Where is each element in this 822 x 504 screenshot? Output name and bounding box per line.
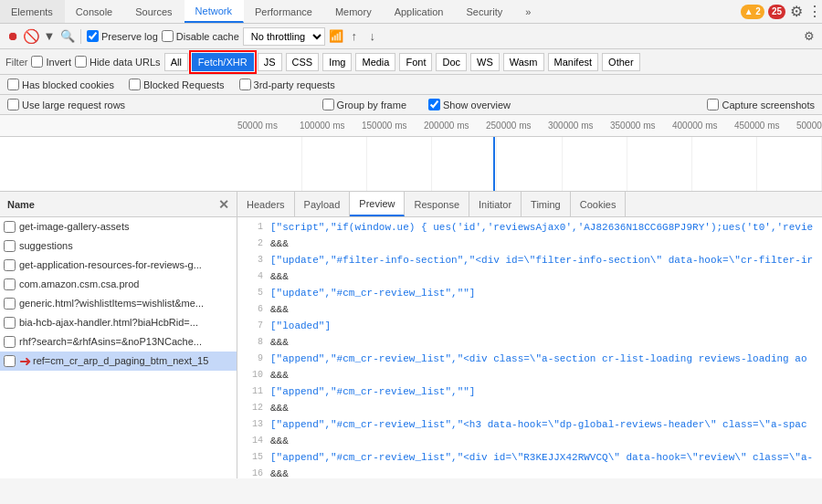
request-checkbox[interactable] xyxy=(4,336,16,348)
tab-security[interactable]: Security xyxy=(455,0,514,23)
blocked-requests-label[interactable]: Blocked Requests xyxy=(129,79,225,90)
capture-screenshots-checkbox[interactable] xyxy=(707,99,719,110)
filter-media[interactable]: Media xyxy=(355,53,395,71)
third-party-checkbox[interactable] xyxy=(239,79,251,90)
request-checkbox[interactable] xyxy=(4,240,16,252)
search-icon[interactable]: 🔍 xyxy=(60,29,75,44)
clear-icon[interactable]: 🚫 xyxy=(24,29,38,44)
list-item[interactable]: ➜ref=cm_cr_arp_d_paging_btm_next_15 xyxy=(0,352,237,371)
waterfall-col-3 xyxy=(367,137,432,191)
filter-ws[interactable]: WS xyxy=(470,53,500,71)
list-item[interactable]: suggestions xyxy=(0,236,237,256)
line-content: ["append","#cm_cr-review_list",""] xyxy=(270,383,818,400)
hide-data-urls-checkbox[interactable] xyxy=(75,56,87,68)
gear-icon[interactable]: ⚙ xyxy=(802,29,817,44)
network-toolbar: ⏺ 🚫 ▼ 🔍 Preserve log Disable cache No th… xyxy=(0,24,822,49)
filter-font[interactable]: Font xyxy=(399,53,432,71)
invert-checkbox[interactable] xyxy=(31,56,43,68)
capture-screenshots-label[interactable]: Capture screenshots xyxy=(707,99,815,110)
disable-cache-label[interactable]: Disable cache xyxy=(162,30,239,42)
tab-application[interactable]: Application xyxy=(384,0,456,23)
list-item[interactable]: get-image-gallery-assets xyxy=(0,217,237,236)
filter-doc[interactable]: Doc xyxy=(436,53,467,71)
has-blocked-cookies-checkbox[interactable] xyxy=(7,79,19,90)
timeline-label: 100000 ms xyxy=(300,121,362,131)
request-item-name: get-application-resources-for-reviews-g.… xyxy=(19,259,202,270)
filter-all[interactable]: All xyxy=(164,53,188,71)
has-blocked-cookies-label[interactable]: Has blocked cookies xyxy=(7,79,114,90)
tab-preview[interactable]: Preview xyxy=(350,192,405,216)
request-checkbox[interactable] xyxy=(4,278,16,290)
upload-icon[interactable]: ↑ xyxy=(347,29,362,44)
filter-css[interactable]: CSS xyxy=(286,53,320,71)
hide-data-urls-label[interactable]: Hide data URLs xyxy=(75,56,161,68)
tab-headers[interactable]: Headers xyxy=(237,192,295,216)
timeline-label: 300000 ms xyxy=(548,121,610,131)
blocked-requests-checkbox[interactable] xyxy=(129,79,141,90)
line-number: 9 xyxy=(241,351,263,367)
list-item[interactable]: get-application-resources-for-reviews-g.… xyxy=(0,256,237,275)
timeline-label: 200000 ms xyxy=(424,121,486,131)
timeline-label: 250000 ms xyxy=(486,121,548,131)
show-overview-label[interactable]: Show overview xyxy=(428,99,511,110)
timeline-label: 50000 ms xyxy=(237,121,300,131)
filter-other[interactable]: Other xyxy=(602,53,640,71)
waterfall-col-4 xyxy=(432,137,497,191)
tab-console[interactable]: Console xyxy=(65,0,124,23)
large-rows-checkbox[interactable] xyxy=(7,99,19,110)
filter-wasm[interactable]: Wasm xyxy=(503,53,544,71)
more-icon[interactable]: ⋮ xyxy=(807,5,822,19)
filter-js[interactable]: JS xyxy=(258,53,282,71)
preview-line: 1["script","if(window.ue) { ues('id','re… xyxy=(237,219,822,236)
record-icon[interactable]: ⏺ xyxy=(5,29,20,44)
tab-elements[interactable]: Elements xyxy=(0,0,65,23)
filter-fetch-xhr[interactable]: Fetch/XHR xyxy=(192,53,254,71)
waterfall-col-1 xyxy=(237,137,302,191)
show-overview-checkbox[interactable] xyxy=(428,99,440,110)
list-item[interactable]: generic.html?wishlistItems=wishlist&me..… xyxy=(0,294,237,313)
tab-initiator[interactable]: Initiator xyxy=(469,192,522,216)
filter-icon[interactable]: ▼ xyxy=(42,29,57,44)
invert-label[interactable]: Invert xyxy=(31,56,71,68)
list-item[interactable]: bia-hcb-ajax-handler.html?biaHcbRid=... xyxy=(0,313,237,332)
tab-response[interactable]: Response xyxy=(405,192,469,216)
request-checkbox[interactable] xyxy=(4,355,16,367)
line-number: 5 xyxy=(241,285,263,301)
filter-img[interactable]: Img xyxy=(322,53,352,71)
line-content: &&& xyxy=(270,301,818,318)
tab-performance[interactable]: Performance xyxy=(244,0,324,23)
list-item[interactable]: com.amazon.csm.csa.prod xyxy=(0,275,237,294)
large-rows-label[interactable]: Use large request rows xyxy=(7,99,125,110)
preserve-log-label[interactable]: Preserve log xyxy=(87,30,158,42)
disable-cache-checkbox[interactable] xyxy=(162,30,174,42)
tab-cookies[interactable]: Cookies xyxy=(571,192,627,216)
close-panel-button[interactable]: ✕ xyxy=(218,197,229,212)
line-number: 14 xyxy=(241,433,263,449)
line-content: &&& xyxy=(270,433,818,449)
preview-line: 7["loaded"] xyxy=(237,318,822,334)
filter-manifest[interactable]: Manifest xyxy=(548,53,599,71)
group-by-frame-label[interactable]: Group by frame xyxy=(322,99,406,110)
settings-icon[interactable]: ⚙ xyxy=(789,5,804,19)
tab-sources[interactable]: Sources xyxy=(124,0,184,23)
request-checkbox[interactable] xyxy=(4,221,16,233)
download-icon[interactable]: ↓ xyxy=(365,29,380,44)
request-checkbox[interactable] xyxy=(4,317,16,329)
throttle-select[interactable]: No throttling xyxy=(243,27,325,46)
line-number: 16 xyxy=(241,466,263,478)
checkbox-row-2: Use large request rows Group by frame Sh… xyxy=(0,95,822,115)
list-item[interactable]: rhf?search=&rhfAsins=&noP13NCache... xyxy=(0,332,237,352)
tab-more[interactable]: » xyxy=(514,0,543,23)
tab-network[interactable]: Network xyxy=(184,0,244,23)
preserve-log-checkbox[interactable] xyxy=(87,30,99,42)
tab-timing[interactable]: Timing xyxy=(522,192,571,216)
third-party-label[interactable]: 3rd-party requests xyxy=(239,79,335,90)
request-checkbox[interactable] xyxy=(4,259,16,271)
line-number: 8 xyxy=(241,334,263,351)
group-by-frame-checkbox[interactable] xyxy=(322,99,334,110)
line-number: 2 xyxy=(241,236,263,252)
tab-payload[interactable]: Payload xyxy=(295,192,351,216)
line-content: ["update","#cm_cr-review_list",""] xyxy=(270,285,818,301)
request-checkbox[interactable] xyxy=(4,298,16,310)
tab-memory[interactable]: Memory xyxy=(324,0,384,23)
